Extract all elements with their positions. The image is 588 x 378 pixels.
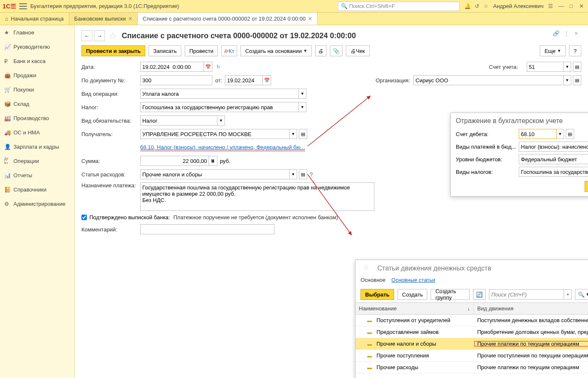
taxtype-input[interactable]	[519, 167, 588, 177]
favorite-icon[interactable]: ☆	[109, 31, 119, 41]
table-row[interactable]: ▬Предоставление займов Приобретение долг…	[355, 326, 588, 338]
star-icon[interactable]: ☆	[481, 2, 491, 11]
confirmed-checkbox[interactable]	[81, 215, 87, 220]
sidebar-item-purchases[interactable]: 🛒Покупки	[0, 82, 74, 97]
dtkt-button[interactable]: ДтКт	[221, 45, 237, 56]
obl-input[interactable]	[140, 116, 217, 126]
more-button[interactable]: Еще▼	[540, 45, 565, 56]
org-open[interactable]: ▤	[573, 75, 581, 85]
tax-input[interactable]	[140, 102, 299, 112]
username[interactable]: Андрей Алексеевич	[493, 3, 544, 9]
post-and-close-button[interactable]: Провести и закрыть	[81, 45, 145, 56]
sidebar-item-production[interactable]: 🏭Производство	[0, 111, 74, 125]
post-button[interactable]: Провести	[185, 45, 218, 56]
sidebar-item-bank[interactable]: ₽Банк и касса	[0, 54, 74, 68]
table-row[interactable]: ▬Прочие расходы Прочие платежи по текущи…	[355, 362, 588, 373]
table-row[interactable]: ▬Поступления от учредителей Поступления …	[355, 315, 588, 326]
nav-back-button[interactable]: ←	[81, 30, 92, 41]
create-group-button[interactable]: Создать группу	[431, 289, 470, 300]
col-type-header[interactable]: Вид движения	[474, 303, 588, 314]
tax-dropdown[interactable]: ▼	[299, 102, 306, 112]
close-icon[interactable]: ×	[128, 15, 132, 23]
expense-open[interactable]: ▤	[299, 169, 307, 179]
help-button[interactable]: ?	[569, 45, 581, 56]
debit-open[interactable]: ▤	[566, 129, 574, 139]
sidebar-item-manager[interactable]: 📈Руководителю	[0, 39, 74, 54]
sum-input[interactable]	[140, 156, 209, 166]
sidebar-item-sales[interactable]: 👜Продажи	[0, 68, 74, 82]
account-input[interactable]	[527, 62, 564, 72]
sidebar-item-main[interactable]: ★Главное	[0, 25, 74, 39]
close-icon[interactable]: ×	[308, 15, 312, 23]
save-button[interactable]: Записать	[149, 45, 181, 56]
recipient-open[interactable]: ▤	[299, 129, 307, 139]
optype-input[interactable]	[140, 89, 299, 99]
expense-input[interactable]	[140, 169, 290, 179]
optype-dropdown[interactable]: ▼	[299, 89, 306, 99]
tab-main[interactable]: Основное	[361, 277, 386, 283]
print-button[interactable]: 🖨	[315, 45, 327, 56]
sidebar-item-reports[interactable]: 📊Отчеты	[0, 168, 74, 182]
debit-input[interactable]	[519, 129, 557, 139]
debit-dropdown[interactable]: ▼	[557, 129, 564, 139]
refresh-icon[interactable]: ↻	[214, 62, 222, 72]
user-menu-icon[interactable]: ☰	[546, 2, 555, 11]
create-button[interactable]: Создать	[397, 289, 427, 300]
menu-icon[interactable]	[19, 3, 27, 9]
table-row[interactable]: ▬Прочие поступления Прочие поступления п…	[355, 350, 588, 362]
tab-bank-statements[interactable]: Банковские выписки ×	[69, 13, 138, 25]
close-icon[interactable]: ×	[575, 30, 581, 37]
sidebar-item-operations[interactable]: Дт КтОперации	[0, 154, 74, 168]
account-open[interactable]: ▤	[573, 62, 581, 72]
docnum-input[interactable]	[140, 75, 212, 85]
link-icon[interactable]: 🔗	[553, 30, 559, 37]
bell-icon[interactable]: 🔔	[463, 2, 472, 11]
sidebar-item-warehouse[interactable]: 📦Склад	[0, 97, 74, 111]
account-dropdown[interactable]: ▼	[564, 62, 571, 72]
more-icon[interactable]: ⋮	[564, 30, 570, 37]
tab-basic-items[interactable]: Основные статьи	[392, 277, 436, 283]
from-date-input[interactable]	[225, 75, 263, 85]
sidebar-item-salary[interactable]: 👤Зарплата и кадры	[0, 139, 74, 154]
search-button[interactable]: 🔍▼	[575, 289, 588, 300]
obl-dropdown[interactable]: ▼	[217, 116, 225, 126]
recipient-dropdown[interactable]: ▼	[290, 129, 297, 139]
catalog-search[interactable]: ×	[489, 289, 572, 299]
date-input[interactable]	[140, 62, 204, 72]
refresh-button[interactable]: 🔄	[473, 289, 486, 300]
attach-button[interactable]: 📎	[330, 45, 342, 56]
page-title: Списание с расчетного счета 0000-000002 …	[122, 32, 356, 40]
calendar-icon[interactable]: 📅	[204, 62, 212, 72]
calendar-icon[interactable]: 📅	[263, 75, 271, 85]
select-button[interactable]: Выбрать	[361, 289, 394, 300]
maximize-button[interactable]: □	[567, 2, 575, 10]
close-window-button[interactable]: ✕	[577, 2, 585, 10]
org-dropdown[interactable]: ▼	[564, 75, 571, 85]
accounting-link[interactable]: 68.10, Налог (взносы): начислено / уплач…	[140, 144, 305, 151]
budget-input[interactable]	[519, 154, 588, 164]
paytype-input[interactable]	[519, 142, 588, 152]
global-search[interactable]: 🔍 Поиск Ctrl+Shift+F	[338, 2, 460, 11]
clear-search[interactable]: ×	[564, 289, 572, 299]
ok-button[interactable]: ОК	[585, 181, 588, 192]
history-icon[interactable]: ↺	[472, 2, 481, 11]
calculator-icon[interactable]: 🖩	[209, 156, 217, 166]
favorite-icon[interactable]: ☆	[363, 263, 373, 273]
create-based-button[interactable]: Создать на основании▼	[240, 45, 312, 56]
cheque-button[interactable]: 🖨 Чек	[346, 45, 370, 56]
tab-document[interactable]: Списание с расчетного счета 0000-000002 …	[138, 13, 318, 25]
recipient-input[interactable]	[140, 129, 290, 139]
comment-input[interactable]	[140, 224, 274, 234]
purpose-textarea[interactable]: Государственная пошлина за государственн…	[140, 182, 374, 211]
tab-home[interactable]: ⌂ Начальная страница	[0, 13, 69, 25]
sidebar-item-admin[interactable]: ⚙Администрирование	[0, 197, 74, 211]
sidebar-item-assets[interactable]: 🚚ОС и НМА	[0, 125, 74, 139]
sidebar-item-refs[interactable]: 📔Справочники	[0, 182, 74, 197]
expense-dropdown[interactable]: ▼	[290, 169, 297, 179]
table-row-selected[interactable]: ▬Прочие налоги и сборы Прочие платежи по…	[355, 338, 588, 350]
help-icon[interactable]: ?	[310, 171, 313, 178]
org-input[interactable]	[413, 75, 564, 85]
col-name-header[interactable]: Наименование↓	[355, 303, 474, 314]
minimize-button[interactable]: —	[557, 2, 565, 10]
nav-forward-button[interactable]: →	[94, 30, 105, 41]
